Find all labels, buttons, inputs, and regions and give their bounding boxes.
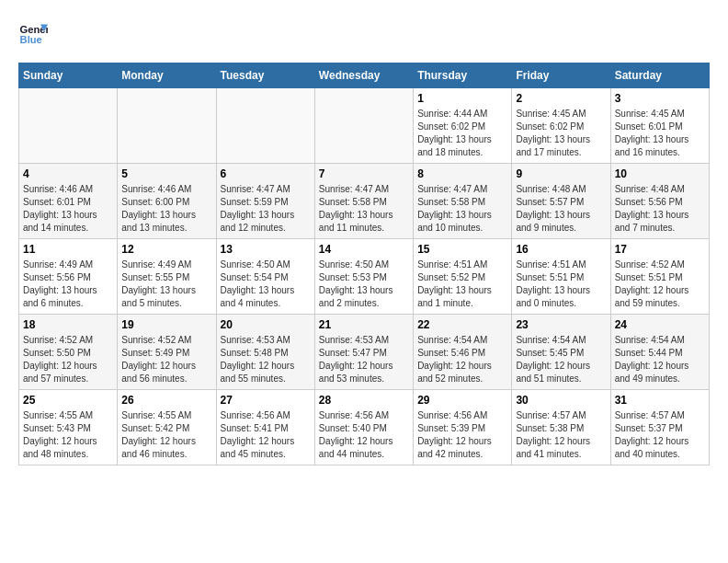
day-info: Sunrise: 4:49 AM Sunset: 5:55 PM Dayligh… [121, 259, 211, 310]
day-number: 5 [121, 167, 211, 180]
calendar-cell [19, 88, 118, 164]
calendar-cell: 7Sunrise: 4:47 AM Sunset: 5:58 PM Daylig… [314, 164, 413, 239]
day-info: Sunrise: 4:47 AM Sunset: 5:58 PM Dayligh… [417, 183, 507, 235]
calendar-week-4: 18Sunrise: 4:52 AM Sunset: 5:50 PM Dayli… [19, 315, 710, 390]
calendar-cell: 11Sunrise: 4:49 AM Sunset: 5:56 PM Dayli… [19, 239, 118, 315]
day-info: Sunrise: 4:56 AM Sunset: 5:41 PM Dayligh… [221, 409, 311, 461]
calendar-cell: 22Sunrise: 4:54 AM Sunset: 5:46 PM Dayli… [414, 315, 512, 390]
day-number: 18 [23, 318, 113, 331]
day-number: 30 [516, 394, 606, 407]
calendar-cell: 24Sunrise: 4:54 AM Sunset: 5:44 PM Dayli… [610, 315, 709, 390]
calendar-cell: 23Sunrise: 4:54 AM Sunset: 5:45 PM Dayli… [512, 315, 610, 390]
calendar-cell: 8Sunrise: 4:47 AM Sunset: 5:58 PM Daylig… [414, 164, 512, 239]
calendar-cell: 18Sunrise: 4:52 AM Sunset: 5:50 PM Dayli… [19, 315, 118, 390]
day-header-wednesday: Wednesday [314, 63, 413, 88]
day-info: Sunrise: 4:57 AM Sunset: 5:38 PM Dayligh… [516, 409, 606, 461]
logo-icon: General Blue [18, 18, 48, 48]
calendar-table: SundayMondayTuesdayWednesdayThursdayFrid… [18, 63, 710, 465]
calendar-cell: 3Sunrise: 4:45 AM Sunset: 6:01 PM Daylig… [610, 88, 709, 164]
day-info: Sunrise: 4:47 AM Sunset: 5:58 PM Dayligh… [319, 183, 409, 235]
day-info: Sunrise: 4:50 AM Sunset: 5:53 PM Dayligh… [319, 259, 409, 310]
day-number: 17 [615, 243, 705, 256]
day-info: Sunrise: 4:52 AM Sunset: 5:50 PM Dayligh… [23, 334, 113, 385]
calendar-cell [118, 88, 216, 164]
svg-text:Blue: Blue [20, 34, 42, 45]
day-info: Sunrise: 4:52 AM Sunset: 5:49 PM Dayligh… [121, 334, 211, 385]
calendar-cell [314, 88, 413, 164]
calendar-cell: 14Sunrise: 4:50 AM Sunset: 5:53 PM Dayli… [314, 239, 413, 315]
day-number: 19 [121, 318, 211, 331]
calendar-cell: 13Sunrise: 4:50 AM Sunset: 5:54 PM Dayli… [216, 239, 314, 315]
day-number: 10 [615, 167, 705, 180]
day-number: 21 [319, 318, 409, 331]
day-number: 1 [417, 92, 507, 105]
day-number: 3 [615, 92, 705, 105]
day-info: Sunrise: 4:49 AM Sunset: 5:56 PM Dayligh… [23, 259, 113, 310]
day-info: Sunrise: 4:46 AM Sunset: 6:00 PM Dayligh… [121, 183, 211, 235]
day-number: 24 [615, 318, 705, 331]
day-info: Sunrise: 4:55 AM Sunset: 5:42 PM Dayligh… [121, 409, 211, 461]
day-number: 22 [417, 318, 507, 331]
calendar-cell: 6Sunrise: 4:47 AM Sunset: 5:59 PM Daylig… [216, 164, 314, 239]
day-number: 7 [319, 167, 409, 180]
day-header-thursday: Thursday [414, 63, 512, 88]
calendar-cell: 10Sunrise: 4:48 AM Sunset: 5:56 PM Dayli… [610, 164, 709, 239]
calendar-cell: 26Sunrise: 4:55 AM Sunset: 5:42 PM Dayli… [118, 390, 216, 465]
day-number: 11 [23, 243, 113, 256]
day-info: Sunrise: 4:53 AM Sunset: 5:47 PM Dayligh… [319, 334, 409, 385]
calendar-week-1: 1Sunrise: 4:44 AM Sunset: 6:02 PM Daylig… [19, 88, 710, 164]
calendar-week-2: 4Sunrise: 4:46 AM Sunset: 6:01 PM Daylig… [19, 164, 710, 239]
day-header-monday: Monday [118, 63, 216, 88]
calendar-cell: 25Sunrise: 4:55 AM Sunset: 5:43 PM Dayli… [19, 390, 118, 465]
day-number: 27 [221, 394, 311, 407]
day-number: 12 [121, 243, 211, 256]
page-header: General Blue [18, 18, 710, 48]
calendar-cell: 29Sunrise: 4:56 AM Sunset: 5:39 PM Dayli… [414, 390, 512, 465]
day-info: Sunrise: 4:55 AM Sunset: 5:43 PM Dayligh… [23, 409, 113, 461]
day-info: Sunrise: 4:44 AM Sunset: 6:02 PM Dayligh… [417, 108, 507, 159]
calendar-cell: 1Sunrise: 4:44 AM Sunset: 6:02 PM Daylig… [414, 88, 512, 164]
day-header-sunday: Sunday [19, 63, 118, 88]
day-info: Sunrise: 4:48 AM Sunset: 5:57 PM Dayligh… [516, 183, 606, 235]
day-number: 4 [23, 167, 113, 180]
calendar-cell: 19Sunrise: 4:52 AM Sunset: 5:49 PM Dayli… [118, 315, 216, 390]
day-info: Sunrise: 4:45 AM Sunset: 6:02 PM Dayligh… [516, 108, 606, 159]
day-info: Sunrise: 4:45 AM Sunset: 6:01 PM Dayligh… [615, 108, 705, 159]
day-info: Sunrise: 4:56 AM Sunset: 5:40 PM Dayligh… [319, 409, 409, 461]
day-number: 14 [319, 243, 409, 256]
day-number: 26 [121, 394, 211, 407]
calendar-header-row: SundayMondayTuesdayWednesdayThursdayFrid… [19, 63, 710, 88]
calendar-cell: 5Sunrise: 4:46 AM Sunset: 6:00 PM Daylig… [118, 164, 216, 239]
day-number: 23 [516, 318, 606, 331]
calendar-cell: 2Sunrise: 4:45 AM Sunset: 6:02 PM Daylig… [512, 88, 610, 164]
day-info: Sunrise: 4:56 AM Sunset: 5:39 PM Dayligh… [417, 409, 507, 461]
day-number: 9 [516, 167, 606, 180]
day-info: Sunrise: 4:51 AM Sunset: 5:51 PM Dayligh… [516, 259, 606, 310]
day-number: 8 [417, 167, 507, 180]
day-info: Sunrise: 4:50 AM Sunset: 5:54 PM Dayligh… [221, 259, 311, 310]
day-number: 2 [516, 92, 606, 105]
day-info: Sunrise: 4:52 AM Sunset: 5:51 PM Dayligh… [615, 259, 705, 310]
calendar-cell: 16Sunrise: 4:51 AM Sunset: 5:51 PM Dayli… [512, 239, 610, 315]
calendar-cell: 21Sunrise: 4:53 AM Sunset: 5:47 PM Dayli… [314, 315, 413, 390]
calendar-week-3: 11Sunrise: 4:49 AM Sunset: 5:56 PM Dayli… [19, 239, 710, 315]
day-number: 20 [221, 318, 311, 331]
calendar-cell: 28Sunrise: 4:56 AM Sunset: 5:40 PM Dayli… [314, 390, 413, 465]
calendar-cell: 27Sunrise: 4:56 AM Sunset: 5:41 PM Dayli… [216, 390, 314, 465]
calendar-cell: 15Sunrise: 4:51 AM Sunset: 5:52 PM Dayli… [414, 239, 512, 315]
calendar-cell: 17Sunrise: 4:52 AM Sunset: 5:51 PM Dayli… [610, 239, 709, 315]
logo: General Blue [18, 18, 51, 48]
day-info: Sunrise: 4:54 AM Sunset: 5:46 PM Dayligh… [417, 334, 507, 385]
calendar-cell: 12Sunrise: 4:49 AM Sunset: 5:55 PM Dayli… [118, 239, 216, 315]
calendar-cell: 31Sunrise: 4:57 AM Sunset: 5:37 PM Dayli… [610, 390, 709, 465]
day-info: Sunrise: 4:54 AM Sunset: 5:44 PM Dayligh… [615, 334, 705, 385]
calendar-cell: 30Sunrise: 4:57 AM Sunset: 5:38 PM Dayli… [512, 390, 610, 465]
day-header-tuesday: Tuesday [216, 63, 314, 88]
day-number: 28 [319, 394, 409, 407]
day-info: Sunrise: 4:46 AM Sunset: 6:01 PM Dayligh… [23, 183, 113, 235]
day-info: Sunrise: 4:48 AM Sunset: 5:56 PM Dayligh… [615, 183, 705, 235]
calendar-cell [216, 88, 314, 164]
day-number: 6 [221, 167, 311, 180]
day-number: 16 [516, 243, 606, 256]
day-info: Sunrise: 4:54 AM Sunset: 5:45 PM Dayligh… [516, 334, 606, 385]
